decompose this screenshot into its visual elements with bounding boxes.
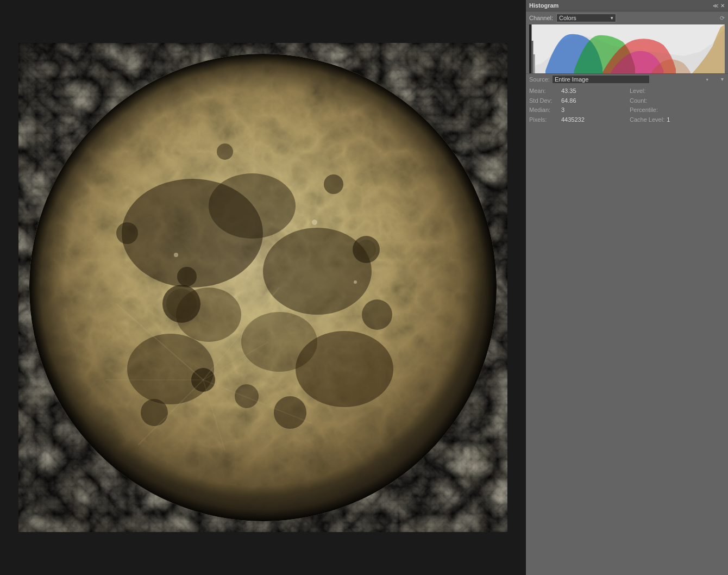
svg-point-35	[354, 280, 357, 284]
stats-grid: Mean: 43.35 Std Dev: 64.86 Median: 3 Pix…	[526, 85, 728, 128]
stddev-value: 64.86	[561, 96, 576, 106]
channel-label: Channel:	[529, 15, 553, 21]
mean-value: 43.35	[561, 86, 576, 96]
median-stat: Median: 3	[529, 105, 624, 115]
svg-point-32	[29, 54, 497, 521]
stats-left: Mean: 43.35 Std Dev: 64.86 Median: 3 Pix…	[529, 86, 624, 124]
mean-stat: Mean: 43.35	[529, 86, 624, 96]
source-dropdown-arrow: ▼	[720, 77, 725, 82]
cache-level-stat: Cache Level: 1	[630, 115, 725, 125]
percentile-stat: Percentile:	[630, 105, 725, 115]
svg-rect-37	[529, 24, 532, 73]
cache-level-value: 1	[667, 115, 670, 125]
moon-image	[18, 43, 507, 532]
percentile-label: Percentile:	[630, 105, 660, 115]
histogram-panel: Histogram ≪ ✕ Channel: Colors Luminosity…	[526, 0, 728, 128]
pixels-value: 4435232	[561, 115, 585, 125]
close-icon[interactable]: ✕	[720, 3, 725, 9]
pixels-stat: Pixels: 4435232	[529, 115, 624, 125]
median-value: 3	[561, 105, 564, 115]
source-select[interactable]: Entire Image Selected Layer Adjustment C…	[552, 75, 650, 84]
source-label: Source:	[529, 76, 550, 83]
source-select-wrapper[interactable]: Entire Image Selected Layer Adjustment C…	[550, 75, 719, 84]
histogram-header: Histogram ≪ ✕	[526, 0, 728, 11]
channel-row: Channel: Colors Luminosity Red Green Blu…	[526, 11, 728, 24]
channel-select[interactable]: Colors Luminosity Red Green Blue	[556, 14, 616, 22]
histogram-panel-title: Histogram	[529, 2, 558, 9]
collapse-icon[interactable]: ≪	[713, 3, 718, 9]
source-row: Source: Entire Image Selected Layer Adju…	[526, 73, 728, 85]
svg-point-33	[312, 220, 317, 225]
median-label: Median:	[529, 105, 559, 115]
cache-level-label: Cache Level:	[630, 115, 664, 125]
level-stat: Level:	[630, 86, 725, 96]
histogram-graph	[529, 24, 725, 73]
canvas-area	[0, 0, 526, 575]
stddev-stat: Std Dev: 64.86	[529, 96, 624, 106]
count-stat: Count:	[630, 96, 725, 106]
stats-right: Level: Count: Percentile: Cache Level: 1	[630, 86, 725, 124]
count-label: Count:	[630, 96, 660, 106]
refresh-icon[interactable]: ⟳	[720, 15, 725, 22]
svg-point-34	[174, 253, 178, 257]
svg-rect-38	[532, 41, 534, 73]
mean-label: Mean:	[529, 86, 559, 96]
channel-select-wrapper[interactable]: Colors Luminosity Red Green Blue	[556, 14, 616, 22]
level-label: Level:	[630, 86, 660, 96]
pixels-label: Pixels:	[529, 115, 559, 125]
panel-area: Histogram ≪ ✕ Channel: Colors Luminosity…	[526, 0, 728, 575]
histogram-header-icons: ≪ ✕	[713, 3, 725, 9]
stddev-label: Std Dev:	[529, 96, 559, 106]
